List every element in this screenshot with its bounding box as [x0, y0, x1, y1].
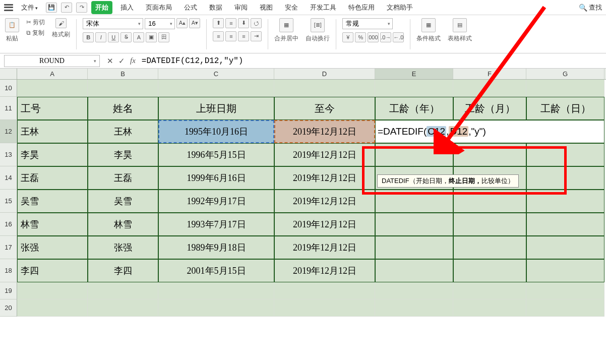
col-header-E[interactable]: E	[375, 69, 453, 79]
font-color-icon[interactable]: A	[133, 32, 144, 42]
format-painter-icon[interactable]: 🖌	[55, 18, 67, 28]
row-header-13[interactable]: 13	[0, 143, 17, 166]
font-name-select[interactable]: 宋体	[83, 18, 143, 29]
col-header-A[interactable]: A	[17, 69, 88, 79]
font-increase-icon[interactable]: A▴	[176, 18, 188, 28]
cancel-formula-icon[interactable]: ✕	[107, 56, 113, 66]
border-icon[interactable]: 田	[158, 32, 169, 42]
cell-E11[interactable]: 工龄（年）	[375, 97, 453, 120]
cell-D13[interactable]: 2019年12月12日	[274, 143, 375, 166]
cut-button[interactable]: ✂ 剪切	[26, 18, 45, 27]
col-header-B[interactable]: B	[88, 69, 158, 79]
tab-start[interactable]: 开始	[91, 1, 112, 14]
cell-F13[interactable]	[453, 143, 526, 166]
wrap-icon[interactable]: [≣]	[311, 18, 325, 32]
formula-input[interactable]: =DATEDIF(C12,D12,"y")	[139, 56, 606, 66]
fill-color-icon[interactable]: ▣	[146, 32, 157, 42]
app-menu-icon[interactable]	[4, 4, 13, 11]
dec-dec-icon[interactable]: ←.0	[393, 32, 404, 42]
group-cutcopy: ✂ 剪切 ⧉ 复制	[24, 17, 47, 51]
paste-icon[interactable]: 📋	[5, 18, 19, 32]
table-style-icon[interactable]: ▤	[453, 18, 467, 32]
font-size-select[interactable]: 16	[145, 18, 175, 29]
align-middle-icon[interactable]: ≡	[225, 18, 236, 28]
cell-E13[interactable]	[375, 143, 453, 166]
accept-formula-icon[interactable]: ✓	[118, 56, 125, 66]
row-header-19[interactable]: 19	[0, 282, 17, 299]
cell-B13[interactable]: 李昊	[88, 143, 158, 166]
cell-G11[interactable]: 工龄（日）	[526, 97, 604, 120]
align-center-icon[interactable]: ≡	[225, 31, 236, 41]
cell-D11[interactable]: 至今	[274, 97, 375, 120]
row-header-15[interactable]: 15	[0, 190, 17, 213]
cond-format-icon[interactable]: ▦	[421, 18, 436, 32]
tab-dochelper[interactable]: 文档助手	[383, 1, 417, 14]
cell-A12[interactable]: 王林	[17, 120, 88, 143]
group-number: 常规 ¥ % 000 .0→ ←.0	[340, 17, 406, 51]
group-align: ⬆ ≡ ⬇ ⭯ ≡ ≡ ≡ ⇥	[211, 17, 264, 51]
col-header-C[interactable]: C	[158, 69, 274, 79]
tab-devtools[interactable]: 开发工具	[306, 1, 340, 14]
tab-layout[interactable]: 页面布局	[142, 1, 176, 14]
row-header-20[interactable]: 20	[0, 299, 17, 317]
cell-B11[interactable]: 姓名	[88, 97, 158, 120]
select-all-corner[interactable]	[0, 69, 17, 79]
row-header-14[interactable]: 14	[0, 166, 17, 190]
dec-inc-icon[interactable]: .0→	[380, 32, 391, 42]
menu-file[interactable]: 文件	[17, 1, 42, 14]
cell-C12[interactable]: 1995年10月16日	[158, 120, 274, 143]
col-header-D[interactable]: D	[274, 69, 375, 79]
font-decrease-icon[interactable]: A▾	[189, 18, 200, 28]
row-header-12[interactable]: 12	[0, 120, 17, 143]
tab-insert[interactable]: 插入	[116, 1, 138, 14]
align-top-icon[interactable]: ⬆	[213, 18, 224, 28]
redo-icon[interactable]: ↷	[76, 3, 87, 13]
cell-E12-editing[interactable]: =DATEDIF(C12,D12,"y")	[375, 120, 604, 143]
row-header-16[interactable]: 16	[0, 213, 17, 236]
align-bottom-icon[interactable]: ⬇	[238, 18, 249, 28]
comma-icon[interactable]: 000	[368, 32, 379, 42]
indent-icon[interactable]: ⇥	[251, 31, 262, 41]
cell-G13[interactable]	[526, 143, 604, 166]
col-header-F[interactable]: F	[453, 69, 526, 79]
cell-F11[interactable]: 工龄（月）	[453, 97, 526, 120]
merge-icon[interactable]: ▦	[279, 18, 293, 32]
save-icon[interactable]: 💾	[46, 3, 57, 13]
percent-icon[interactable]: %	[355, 32, 366, 42]
tab-formula[interactable]: 公式	[180, 1, 201, 14]
cell-D12[interactable]: 2019年12月12日	[274, 120, 375, 143]
fx-icon[interactable]: fx	[130, 56, 136, 66]
row-12: 12 王林 王林 1995年10月16日 2019年12月12日 =DATEDI…	[0, 120, 606, 143]
tab-review[interactable]: 审阅	[230, 1, 252, 14]
undo-icon[interactable]: ↶	[61, 3, 72, 13]
cell-B12[interactable]: 王林	[88, 120, 158, 143]
table-style-label: 表格样式	[448, 34, 472, 43]
row-header-10[interactable]: 10	[0, 80, 17, 97]
menu-search[interactable]: 🔍查找	[579, 3, 602, 12]
merge-label: 合并居中	[274, 34, 298, 43]
group-painter: 🖌 格式刷	[50, 17, 72, 51]
tab-view[interactable]: 视图	[256, 1, 277, 14]
row-header-17[interactable]: 17	[0, 236, 17, 259]
align-right-icon[interactable]: ≡	[238, 31, 249, 41]
name-box[interactable]: ROUND	[4, 55, 100, 67]
row-header-18[interactable]: 18	[0, 259, 17, 282]
underline-icon[interactable]: U	[108, 32, 119, 42]
bold-icon[interactable]: B	[83, 32, 94, 42]
number-format-select[interactable]: 常规	[342, 18, 393, 29]
row-header-11[interactable]: 11	[0, 97, 17, 120]
cell-A13[interactable]: 李昊	[17, 143, 88, 166]
col-header-G[interactable]: G	[526, 69, 604, 79]
align-left-icon[interactable]: ≡	[213, 31, 224, 41]
cell-A11[interactable]: 工号	[17, 97, 88, 120]
currency-icon[interactable]: ¥	[342, 32, 353, 42]
tab-security[interactable]: 安全	[281, 1, 302, 14]
tab-special[interactable]: 特色应用	[344, 1, 379, 14]
cell-C11[interactable]: 上班日期	[158, 97, 274, 120]
copy-button[interactable]: ⧉ 复制	[26, 29, 44, 37]
orientation-icon[interactable]: ⭯	[251, 18, 262, 28]
strike-icon[interactable]: S̶	[120, 32, 132, 42]
tab-data[interactable]: 数据	[205, 1, 226, 14]
cell-C13[interactable]: 1996年5月15日	[158, 143, 274, 166]
italic-icon[interactable]: I	[95, 32, 106, 42]
